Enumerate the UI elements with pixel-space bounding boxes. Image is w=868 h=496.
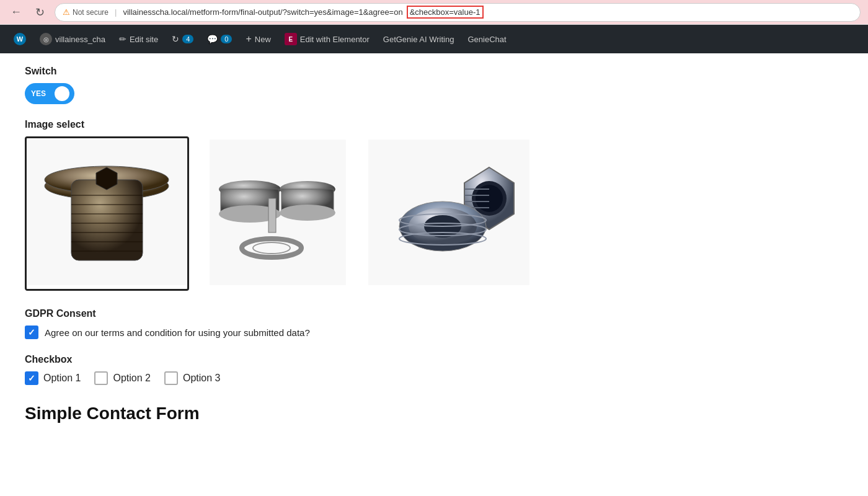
image-2-svg xyxy=(210,140,346,285)
wp-logo-icon: W xyxy=(14,33,26,45)
plus-icon: + xyxy=(246,33,251,45)
warning-icon: ⚠ xyxy=(63,7,70,17)
updates-icon: ↻ xyxy=(172,34,179,44)
toggle-circle xyxy=(55,86,69,101)
checkbox-section: Checkbox ✓ Option 1 Option 2 Option 3 xyxy=(25,354,843,385)
gdpr-row: ✓ Agree on our terms and condition for u… xyxy=(25,326,843,339)
url-base: villainesscha.local/metform-form/final-o… xyxy=(123,7,402,17)
gdpr-checkmark: ✓ xyxy=(28,327,35,337)
gdpr-label: GDPR Consent xyxy=(25,308,843,319)
edit-site-label: Edit site xyxy=(130,35,158,44)
checkbox-option-3[interactable]: Option 3 xyxy=(164,371,220,385)
checkbox-1-checkmark: ✓ xyxy=(28,373,35,383)
comments-badge: 0 xyxy=(221,35,232,43)
edit-site-item[interactable]: ✏ Edit site xyxy=(113,25,164,53)
site-name-item[interactable]: ◎ villainess_cha xyxy=(33,25,112,53)
switch-section: Switch YES xyxy=(25,66,843,104)
site-name-label: villainess_cha xyxy=(55,35,105,44)
svg-rect-16 xyxy=(268,198,276,232)
checkbox-option-2[interactable]: Option 2 xyxy=(94,371,150,385)
checkbox-option-1[interactable]: ✓ Option 1 xyxy=(25,371,81,385)
switch-toggle[interactable]: YES xyxy=(25,83,74,104)
svg-rect-3 xyxy=(71,180,143,260)
switch-label: Switch xyxy=(25,66,843,77)
checkbox-2-label: Option 2 xyxy=(113,373,150,384)
contact-form-section: Simple Contact Form xyxy=(25,404,843,423)
checkbox-3[interactable] xyxy=(164,371,178,385)
updates-badge: 4 xyxy=(182,35,193,43)
back-button[interactable]: ← xyxy=(7,4,25,21)
gdpr-checkbox[interactable]: ✓ xyxy=(25,326,38,339)
image-item-1[interactable] xyxy=(25,136,189,291)
refresh-icon: ↻ xyxy=(35,6,45,19)
getgenie-item[interactable]: GetGenie AI Writing xyxy=(377,25,461,53)
checkbox-3-label: Option 3 xyxy=(183,373,220,384)
not-secure-label: ⚠ Not secure xyxy=(63,7,108,17)
checkbox-1[interactable]: ✓ xyxy=(25,371,38,385)
svg-point-19 xyxy=(280,205,335,221)
comments-item[interactable]: 💬 0 xyxy=(201,25,238,53)
main-content: Switch YES Image select xyxy=(0,53,868,436)
address-input[interactable]: ⚠ Not secure | villainesscha.local/metfo… xyxy=(55,3,861,22)
image-3-svg xyxy=(368,140,529,285)
image-select-section: Image select xyxy=(25,119,843,291)
image-item-3[interactable] xyxy=(366,138,531,290)
checkbox-row: ✓ Option 1 Option 2 Option 3 xyxy=(25,371,843,385)
image-select-label: Image select xyxy=(25,119,843,130)
checkbox-label: Checkbox xyxy=(25,354,843,365)
edit-elementor-item[interactable]: E Edit with Elementor xyxy=(278,25,376,53)
geniechat-item[interactable]: GenieChat xyxy=(461,25,512,53)
contact-form-title: Simple Contact Form xyxy=(25,404,843,423)
image-item-2[interactable] xyxy=(208,138,348,290)
elementor-icon: E xyxy=(285,33,297,45)
address-bar: ← ↻ ⚠ Not secure | villainesscha.local/m… xyxy=(0,0,868,25)
new-item[interactable]: + New xyxy=(239,25,277,53)
gdpr-section: GDPR Consent ✓ Agree on our terms and co… xyxy=(25,308,843,339)
new-label: New xyxy=(255,35,271,44)
gdpr-text: Agree on our terms and condition for usi… xyxy=(45,327,310,338)
updates-item[interactable]: ↻ 4 xyxy=(166,25,200,53)
site-icon: ◎ xyxy=(40,33,52,45)
image-1-svg xyxy=(28,140,186,285)
geniechat-label: GenieChat xyxy=(467,35,506,44)
wp-logo-item[interactable]: W xyxy=(7,25,32,53)
divider: | xyxy=(115,7,117,17)
image-select-grid xyxy=(25,136,843,291)
switch-yes-label: YES xyxy=(31,89,46,98)
edit-elementor-label: Edit with Elementor xyxy=(300,35,370,44)
checkbox-2[interactable] xyxy=(94,371,108,385)
wp-admin-bar: W ◎ villainess_cha ✏ Edit site ↻ 4 💬 0 +… xyxy=(0,25,868,53)
url-highlight: &checkbox=value-1 xyxy=(407,6,484,19)
refresh-button[interactable]: ↻ xyxy=(31,4,48,21)
checkbox-1-label: Option 1 xyxy=(43,373,81,384)
getgenie-label: GetGenie AI Writing xyxy=(383,35,454,44)
edit-site-icon: ✏ xyxy=(119,34,126,44)
back-icon: ← xyxy=(11,6,22,19)
comments-icon: 💬 xyxy=(207,34,218,44)
